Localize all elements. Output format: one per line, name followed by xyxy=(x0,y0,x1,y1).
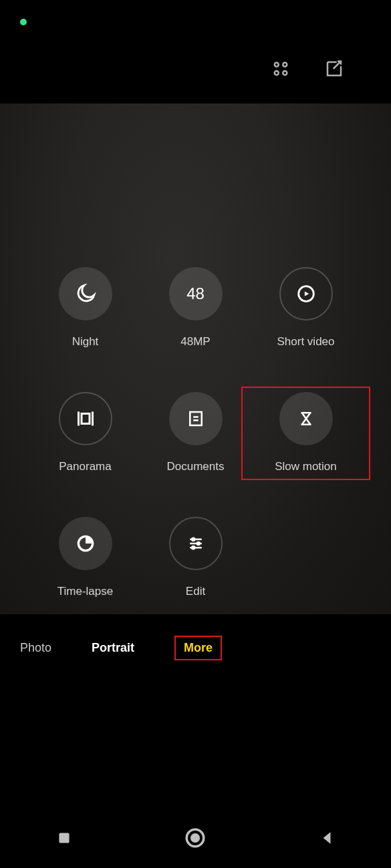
compose-icon[interactable] xyxy=(324,59,344,79)
svg-rect-6 xyxy=(190,412,202,425)
mode-slow-motion[interactable]: Slow motion xyxy=(241,387,370,480)
mode-48mp[interactable]: 48 48MP xyxy=(140,267,251,349)
tab-portrait[interactable]: Portrait xyxy=(92,641,134,655)
svg-point-10 xyxy=(192,546,194,549)
viewfinder-modes-panel: Night 48 48MP Short video xyxy=(0,103,391,614)
svg-rect-5 xyxy=(82,414,90,424)
mode-label: 48MP xyxy=(180,335,210,349)
document-icon xyxy=(169,392,223,445)
mode-label: Documents xyxy=(167,460,225,473)
home-button[interactable] xyxy=(184,827,207,849)
svg-point-3 xyxy=(283,71,287,75)
tab-photo[interactable]: Photo xyxy=(20,641,51,655)
mode-label: Slow motion xyxy=(275,460,337,473)
play-circle-icon xyxy=(279,267,333,320)
mode-tabs: Photo Portrait More xyxy=(0,614,391,681)
back-button[interactable] xyxy=(318,829,336,847)
mode-night[interactable]: Night xyxy=(30,267,140,349)
mode-edit[interactable]: Edit xyxy=(140,517,251,598)
svg-rect-11 xyxy=(59,833,70,843)
mode-label: Night xyxy=(72,335,99,349)
mode-label: Time-lapse xyxy=(57,585,113,598)
svg-point-2 xyxy=(275,71,279,75)
text-48-icon: 48 xyxy=(169,267,223,320)
mode-grid-toggle-icon[interactable] xyxy=(271,59,291,79)
mode-panorama[interactable]: Panorama xyxy=(30,392,140,473)
top-action-bar xyxy=(0,33,391,103)
svg-point-13 xyxy=(190,833,200,843)
status-bar xyxy=(0,0,391,33)
mode-grid: Night 48 48MP Short video xyxy=(0,267,391,598)
moon-icon xyxy=(59,267,112,320)
recent-apps-button[interactable] xyxy=(55,829,73,847)
hourglass-icon xyxy=(279,392,333,445)
clock-icon xyxy=(59,517,112,570)
mode-documents[interactable]: Documents xyxy=(140,392,251,473)
mode-label: Short video xyxy=(277,335,335,349)
svg-point-9 xyxy=(197,542,199,545)
svg-point-1 xyxy=(283,62,287,66)
camera-active-indicator-icon xyxy=(20,19,27,25)
sliders-icon xyxy=(169,517,223,570)
svg-point-0 xyxy=(275,62,279,66)
tab-more[interactable]: More xyxy=(174,636,222,660)
system-nav-bar xyxy=(0,815,391,868)
mode-label: Panorama xyxy=(59,460,111,473)
panorama-icon xyxy=(59,392,112,445)
svg-point-8 xyxy=(192,538,194,541)
mode-time-lapse[interactable]: Time-lapse xyxy=(30,517,140,598)
mode-label: Edit xyxy=(186,585,205,598)
mode-short-video[interactable]: Short video xyxy=(251,267,361,349)
